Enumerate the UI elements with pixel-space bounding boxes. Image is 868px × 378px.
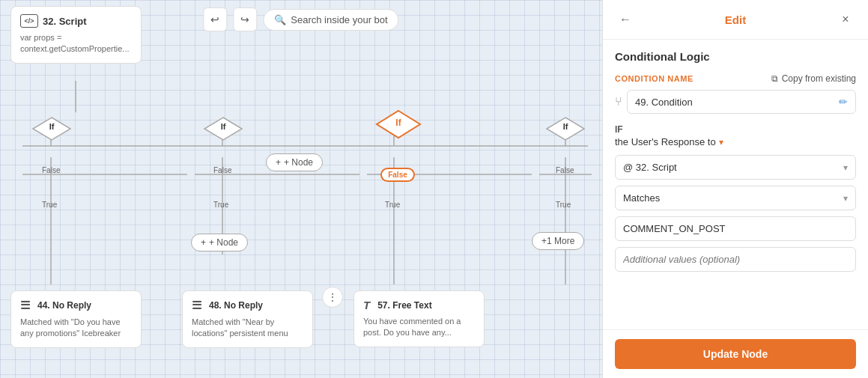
condition-name-field[interactable]: 49. Condition ✏	[627, 90, 856, 114]
conditional-logic-title: Conditional Logic	[615, 50, 856, 63]
condition-name-row: CONDITION NAME ⧉ Copy from existing	[615, 73, 856, 84]
branch-icon: ⑂	[615, 95, 622, 109]
panel-footer: Update Node	[603, 329, 868, 378]
free-text-icon: T	[363, 299, 370, 311]
bottom-card-3-text: You have commented on a post. Do you hav…	[363, 316, 475, 339]
if-node-4[interactable]: If	[545, 116, 586, 141]
condition-name-label: CONDITION NAME	[615, 74, 694, 83]
right-panel: ← Edit × Conditional Logic CONDITION NAM…	[602, 0, 868, 378]
if-node-2[interactable]: If	[203, 116, 243, 141]
bottom-card-2: ☰ 48. No Reply Matched with "Near by loc…	[182, 290, 313, 348]
bottom-card-1-title: 44. No Reply	[37, 300, 91, 311]
redo-button[interactable]: ↪	[233, 7, 257, 31]
more-btn[interactable]: +1 More	[532, 232, 584, 250]
toolbar: ↩ ↪ 🔍 Search inside your bot	[203, 7, 398, 31]
panel-title: Edit	[725, 13, 746, 26]
script-card-code: var props = context.getCustomPropertie..…	[20, 32, 132, 55]
matches-dropdown[interactable]: Matches ▾	[615, 186, 856, 210]
undo-button[interactable]: ↩	[203, 7, 227, 31]
bottom-card-3: T 57. Free Text You have commented on a …	[353, 290, 485, 347]
back-button[interactable]: ←	[615, 9, 636, 30]
matches-dropdown-chevron: ▾	[843, 193, 848, 204]
false-badge-3: False	[374, 168, 422, 182]
panel-body: Conditional Logic CONDITION NAME ⧉ Copy …	[603, 40, 868, 329]
condition-input-row: ⑂ 49. Condition ✏	[615, 90, 856, 114]
close-button[interactable]: ×	[835, 9, 856, 30]
search-bar[interactable]: 🔍 Search inside your bot	[263, 9, 398, 31]
panel-header: ← Edit ×	[603, 0, 868, 40]
no-reply-icon-1: ☰	[20, 299, 30, 312]
bottom-card-1-text: Matched with "Do you have any promotions…	[20, 317, 132, 340]
copy-from-button[interactable]: ⧉ Copy from existing	[771, 73, 856, 84]
kebab-menu-btn[interactable]: ⋮	[322, 287, 343, 308]
script-dropdown[interactable]: @ 32. Script ▾	[615, 155, 856, 180]
value-input[interactable]	[615, 216, 856, 241]
search-icon: 🔍	[274, 14, 286, 25]
if-node-1[interactable]: If	[31, 116, 72, 141]
additional-values-input[interactable]	[615, 247, 856, 272]
if-section-label: IF	[615, 124, 856, 135]
add-node-btn-1[interactable]: + + Node	[266, 153, 323, 171]
no-reply-icon-2: ☰	[192, 299, 201, 312]
chevron-down-icon[interactable]: ▾	[719, 137, 723, 147]
bottom-card-1: ☰ 44. No Reply Matched with "Do you have…	[10, 290, 142, 348]
script-card-title: 32. Script	[43, 16, 87, 27]
bottom-card-2-text: Matched with "Near by locations" persist…	[192, 317, 303, 340]
if-node-3-active[interactable]: If	[374, 109, 422, 140]
add-node-btn-2[interactable]: + + Node	[191, 234, 248, 252]
script-icon: </>	[20, 14, 38, 28]
bottom-card-2-title: 48. No Reply	[209, 300, 263, 311]
copy-icon: ⧉	[771, 73, 778, 84]
if-sub-label: the User's Response to ▾	[615, 136, 856, 147]
update-node-button[interactable]: Update Node	[615, 339, 856, 369]
script-card: </> 32. Script var props = context.getCu…	[10, 6, 142, 64]
script-dropdown-chevron: ▾	[843, 162, 848, 173]
canvas: ↩ ↪ 🔍 Search inside your bot </> 32. Scr…	[0, 0, 602, 378]
edit-pencil-icon[interactable]: ✏	[839, 96, 848, 108]
bottom-card-3-title: 57. Free Text	[377, 300, 431, 311]
